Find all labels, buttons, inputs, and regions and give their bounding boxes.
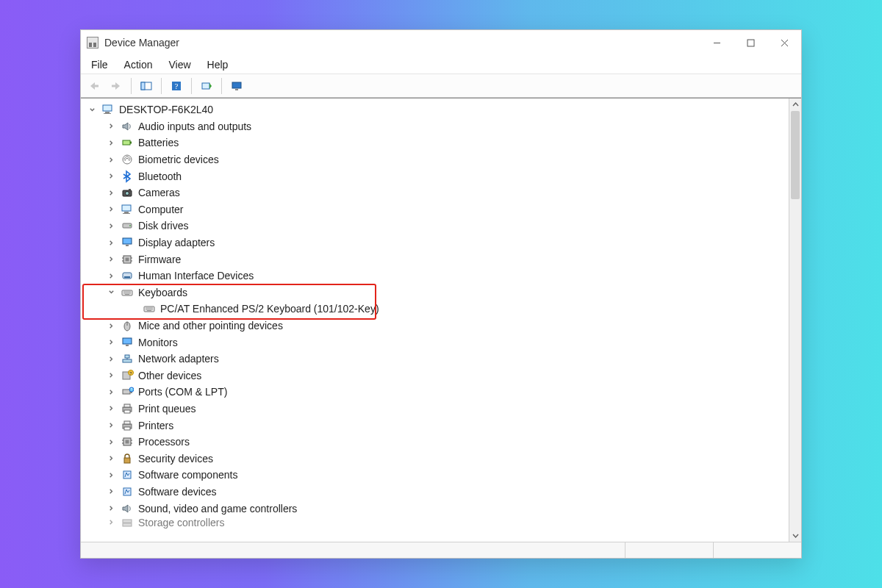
- chevron-right-icon[interactable]: [106, 370, 116, 381]
- menu-action[interactable]: Action: [117, 57, 160, 72]
- tree-category[interactable]: Sound, video and game controllers: [85, 500, 789, 517]
- tree-category[interactable]: Mice and other pointing devices: [85, 318, 789, 334]
- desktop-icon: [121, 203, 134, 216]
- chevron-right-icon[interactable]: [106, 254, 116, 265]
- chevron-right-icon[interactable]: [106, 154, 116, 165]
- tree-category[interactable]: Cameras: [85, 184, 789, 201]
- tree-category-label: Security devices: [138, 453, 213, 465]
- chevron-right-icon[interactable]: [106, 420, 116, 431]
- tree-category-label: Keyboards: [138, 287, 187, 298]
- chevron-right-icon[interactable]: [106, 503, 116, 514]
- tree-device[interactable]: PC/AT Enhanced PS/2 Keyboard (101/102-Ke…: [85, 301, 789, 318]
- toolbar-back-button[interactable]: [84, 76, 104, 96]
- chevron-right-icon[interactable]: [106, 487, 116, 497]
- chevron-right-icon[interactable]: [106, 171, 116, 182]
- toolbar-separator: [161, 78, 162, 94]
- chevron-down-icon[interactable]: [106, 287, 116, 298]
- chevron-right-icon[interactable]: [106, 404, 116, 414]
- svg-rect-21: [129, 189, 131, 190]
- tree-category[interactable]: Processors: [85, 434, 789, 451]
- tree-category[interactable]: Human Interface Devices: [85, 268, 789, 284]
- tree-category[interactable]: Audio inputs and outputs: [85, 118, 789, 135]
- chevron-right-icon[interactable]: [106, 387, 116, 397]
- status-cell: [81, 542, 625, 558]
- toolbar-show-hide-console-button[interactable]: [136, 76, 157, 96]
- chevron-right-icon[interactable]: [106, 187, 116, 198]
- chevron-right-icon[interactable]: [106, 320, 116, 331]
- toolbar-help-button[interactable]: ?: [166, 76, 187, 96]
- svg-rect-28: [126, 245, 129, 246]
- tree-category[interactable]: ? Other devices: [85, 368, 789, 384]
- tree-category[interactable]: Network adapters: [85, 351, 789, 368]
- mouse-icon: [121, 319, 134, 332]
- tree-category-label: Processors: [138, 436, 190, 448]
- hid-icon: [121, 269, 134, 282]
- storage-icon: [121, 517, 134, 528]
- tree-category[interactable]: Printers: [85, 417, 789, 434]
- speaker-icon: [121, 502, 134, 515]
- tree-category-label: Print queues: [138, 403, 196, 415]
- tree-category[interactable]: Biometric devices: [85, 151, 789, 168]
- tree-category-label: Disk drives: [138, 220, 188, 232]
- svg-rect-49: [123, 359, 132, 362]
- menu-help[interactable]: Help: [200, 57, 236, 72]
- toolbar-monitor-button[interactable]: [226, 76, 247, 96]
- tree-category-label: Printers: [138, 420, 173, 431]
- tree-category[interactable]: Software devices: [85, 484, 789, 501]
- close-button[interactable]: [767, 30, 801, 55]
- svg-rect-30: [126, 257, 129, 261]
- app-icon: [87, 37, 98, 49]
- chevron-right-icon[interactable]: [106, 354, 116, 364]
- tree-category[interactable]: Monitors: [85, 334, 789, 351]
- chevron-down-icon[interactable]: [87, 104, 97, 115]
- chevron-right-icon[interactable]: [106, 437, 116, 447]
- device-tree[interactable]: DESKTOP-F6K2L40 Audio inputs and outputs…: [81, 98, 789, 542]
- tree-category[interactable]: ? Ports (COM & LPT): [85, 384, 789, 401]
- svg-rect-27: [123, 238, 132, 244]
- unknown-icon: ?: [121, 369, 134, 382]
- tree-category[interactable]: Software components: [85, 467, 789, 484]
- tree-category-label: Cameras: [138, 187, 180, 198]
- disk-icon: [121, 219, 134, 232]
- tree-category[interactable]: Bluetooth: [85, 168, 789, 184]
- chevron-right-icon[interactable]: [106, 137, 116, 148]
- toolbar-forward-button[interactable]: [106, 76, 126, 96]
- chevron-right-icon[interactable]: [106, 237, 116, 248]
- scroll-up-arrow-icon[interactable]: [789, 98, 801, 111]
- toolbar-separator: [191, 78, 192, 94]
- chevron-right-icon[interactable]: [106, 270, 116, 281]
- svg-rect-13: [103, 105, 112, 111]
- chevron-right-icon[interactable]: [106, 517, 116, 528]
- scroll-thumb[interactable]: [791, 111, 800, 199]
- tree-root[interactable]: DESKTOP-F6K2L40: [85, 101, 789, 118]
- menu-file[interactable]: File: [84, 57, 115, 72]
- tree-category[interactable]: Print queues: [85, 401, 789, 417]
- tree-category-label: Batteries: [138, 137, 179, 148]
- chevron-right-icon[interactable]: [106, 204, 116, 215]
- toolbar-scan-button[interactable]: [196, 76, 217, 96]
- svg-rect-60: [124, 404, 130, 407]
- scroll-track[interactable]: [789, 111, 801, 529]
- maximize-button[interactable]: [734, 30, 767, 55]
- menu-view[interactable]: View: [161, 57, 198, 72]
- tree-category[interactable]: Firmware: [85, 251, 789, 268]
- chevron-right-icon[interactable]: [106, 337, 116, 348]
- tree-category[interactable]: Batteries: [85, 135, 789, 151]
- chevron-right-icon[interactable]: [106, 453, 116, 464]
- chevron-right-icon[interactable]: [106, 121, 116, 132]
- svg-rect-63: [124, 421, 130, 424]
- tree-category[interactable]: Display adapters: [85, 234, 789, 251]
- svg-rect-14: [105, 112, 110, 113]
- svg-point-20: [126, 192, 129, 196]
- tree-category[interactable]: Security devices: [85, 450, 789, 467]
- tree-category[interactable]: Computer: [85, 201, 789, 218]
- scroll-down-arrow-icon[interactable]: [789, 529, 801, 542]
- chevron-right-icon[interactable]: [106, 470, 116, 480]
- chevron-right-icon[interactable]: [106, 220, 116, 231]
- tree-category[interactable]: Storage controllers: [85, 517, 789, 528]
- svg-rect-40: [125, 294, 129, 295]
- tree-category[interactable]: Keyboards: [85, 284, 789, 301]
- tree-category[interactable]: Disk drives: [85, 218, 789, 234]
- minimize-button[interactable]: [700, 30, 734, 55]
- vertical-scrollbar[interactable]: [789, 98, 801, 542]
